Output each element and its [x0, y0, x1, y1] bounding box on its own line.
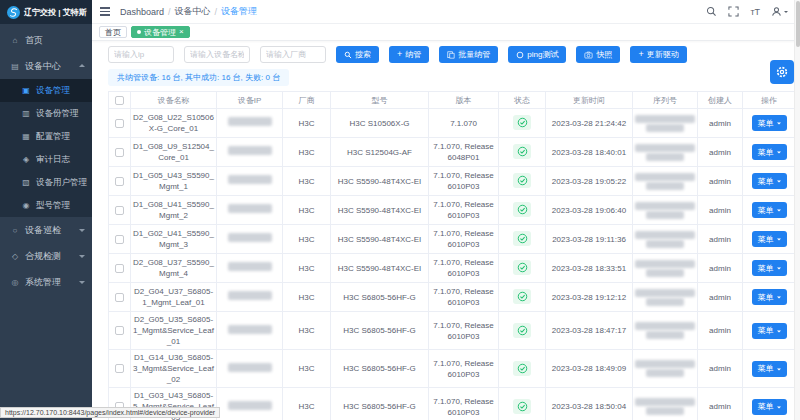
- user-avatar-icon[interactable]: [771, 6, 788, 17]
- close-icon[interactable]: ×: [179, 28, 184, 36]
- tab-home[interactable]: 首页: [99, 26, 127, 38]
- tab-device-manage[interactable]: 设备管理 ×: [131, 26, 190, 38]
- chevron-down-icon: [777, 406, 781, 410]
- chevron-down-icon: [777, 368, 781, 372]
- row-menu-button[interactable]: 菜单: [752, 260, 787, 276]
- sidebar-item-device-center[interactable]: ▤设备中心: [0, 53, 92, 79]
- row-menu-button[interactable]: 菜单: [752, 231, 787, 247]
- device-ip-blurred: [217, 109, 283, 138]
- chevron-down-icon: [784, 11, 788, 15]
- status-success-icon: [513, 289, 531, 304]
- fullscreen-icon[interactable]: [728, 6, 739, 17]
- creator: admin: [698, 167, 743, 196]
- row-menu-button[interactable]: 菜单: [752, 399, 787, 415]
- version: 7.1.070, Release 6010P03: [429, 283, 499, 312]
- active-dot-icon: [137, 30, 141, 34]
- breadcrumb-item[interactable]: 设备中心: [175, 5, 211, 18]
- creator: admin: [698, 312, 743, 350]
- vendor-input[interactable]: [260, 46, 326, 63]
- row-checkbox[interactable]: [115, 235, 124, 244]
- version: 7.1.070, Release 6010P03: [429, 225, 499, 254]
- sidebar-item-compliance[interactable]: ◇合规检测: [0, 243, 92, 269]
- compliance-icon: ◇: [10, 252, 20, 261]
- sidebar-item-device-manage[interactable]: ▣设备管理: [0, 79, 92, 102]
- breadcrumb-separator: /: [168, 7, 171, 17]
- row-checkbox[interactable]: [115, 264, 124, 273]
- row-checkbox[interactable]: [115, 177, 124, 186]
- theme-settings-button[interactable]: [770, 60, 794, 84]
- column-header: 操作: [743, 92, 796, 109]
- chevron-down-icon: [777, 239, 781, 243]
- font-size-icon[interactable]: тT: [750, 7, 760, 17]
- device-backup-icon: ▥: [21, 109, 31, 118]
- table-row: D1_G02_U41_S5590_Mgmt_3H3CH3C S5590-48T4…: [109, 225, 796, 254]
- add-manage-button[interactable]: +纳管: [389, 46, 429, 63]
- system-manage-icon: ◎: [10, 278, 20, 287]
- row-menu-button[interactable]: 菜单: [752, 289, 787, 305]
- vendor: H3C: [283, 138, 331, 167]
- sidebar-item-inspection[interactable]: ○设备巡检: [0, 217, 92, 243]
- vendor: H3C: [283, 167, 331, 196]
- device-user-icon: ▧: [21, 178, 31, 187]
- main-content: 搜索+纳管批量纳管ping测试快照+更新驱动 共纳管设备: 16 台, 其中成功…: [92, 41, 800, 420]
- vendor: H3C: [283, 196, 331, 225]
- page-scrollbar: [794, 0, 800, 420]
- device-name: D1_G14_U36_S6805-3_Mgmt&Service_Leaf_02: [131, 350, 217, 388]
- sidebar-item-device-backup[interactable]: ▥设备份管理: [0, 102, 92, 125]
- sidebar-item-system-manage[interactable]: ◎系统管理: [0, 269, 92, 295]
- batch-icon: [447, 51, 455, 59]
- chevron-down-icon: [79, 281, 85, 287]
- column-header: 状态: [499, 92, 546, 109]
- sidebar-item-model-manage[interactable]: ◉型号管理: [0, 194, 92, 217]
- model: H3C S5590-48T4XC-EI: [331, 196, 429, 225]
- status-success-icon: [513, 144, 531, 159]
- search-button[interactable]: 搜索: [336, 46, 379, 63]
- batch-manage-button[interactable]: 批量纳管: [439, 46, 498, 63]
- device-name: D2_G04_U37_S6805-1_Mgmt_Leaf_01: [131, 283, 217, 312]
- row-checkbox[interactable]: [115, 364, 124, 373]
- serial-blurred: [633, 283, 698, 312]
- device-name: D1_G05_U43_S5590_Mgmt_1: [131, 167, 217, 196]
- row-checkbox[interactable]: [115, 148, 124, 157]
- row-menu-button[interactable]: 菜单: [752, 144, 787, 160]
- sidebar-item-device-user[interactable]: ▧设备用户管理: [0, 171, 92, 194]
- model: H3C S6805-56HF-G: [331, 350, 429, 388]
- vendor: H3C: [283, 225, 331, 254]
- column-header: 序列号: [633, 92, 698, 109]
- sidebar-item-config-manage[interactable]: ▦配置管理: [0, 125, 92, 148]
- creator: admin: [698, 254, 743, 283]
- search-icon[interactable]: [706, 6, 717, 17]
- sidebar-toggle-icon[interactable]: [100, 7, 110, 16]
- serial-blurred: [633, 138, 698, 167]
- device-name-input[interactable]: [184, 46, 250, 63]
- row-menu-button[interactable]: 菜单: [752, 323, 787, 339]
- row-menu-button[interactable]: 菜单: [752, 202, 787, 218]
- table-row: D2_G05_U35_S6805-1_Mgmt&Service_Leaf_01H…: [109, 312, 796, 350]
- column-header: 版本: [429, 92, 499, 109]
- snapshot-button[interactable]: 快照: [576, 46, 620, 63]
- ip-input[interactable]: [108, 46, 174, 63]
- breadcrumb-item[interactable]: Dashboard: [120, 7, 164, 17]
- column-header: 设备IP: [217, 92, 283, 109]
- row-checkbox[interactable]: [115, 326, 124, 335]
- scrollbar-thumb[interactable]: [796, 1, 800, 47]
- row-menu-button[interactable]: 菜单: [752, 115, 787, 131]
- sidebar-item-audit-log[interactable]: ◈审计日志: [0, 148, 92, 171]
- row-menu-button[interactable]: 菜单: [752, 361, 787, 377]
- ping-test-button[interactable]: ping测试: [508, 46, 566, 63]
- status-success-icon: [513, 260, 531, 275]
- row-checkbox[interactable]: [115, 119, 124, 128]
- update-driver-button[interactable]: +更新驱动: [630, 46, 686, 63]
- select-all-checkbox[interactable]: [115, 96, 124, 105]
- row-checkbox[interactable]: [115, 293, 124, 302]
- updated-time: 2023-03-28 19:06:40: [546, 196, 633, 225]
- model: H3C S6805-56HF-G: [331, 283, 429, 312]
- version: 7.1.070, Release 6010P03: [429, 196, 499, 225]
- device-center-icon: ▤: [10, 62, 20, 71]
- row-checkbox[interactable]: [115, 206, 124, 215]
- row-menu-button[interactable]: 菜单: [752, 173, 787, 189]
- sidebar-item-home[interactable]: ⌂首页: [0, 27, 92, 53]
- brand-name: 辽宁交投 | 艾特斯: [24, 7, 87, 18]
- updated-time: 2023-03-28 19:11:36: [546, 225, 633, 254]
- version: 7.1.070, Release 6048P01: [429, 138, 499, 167]
